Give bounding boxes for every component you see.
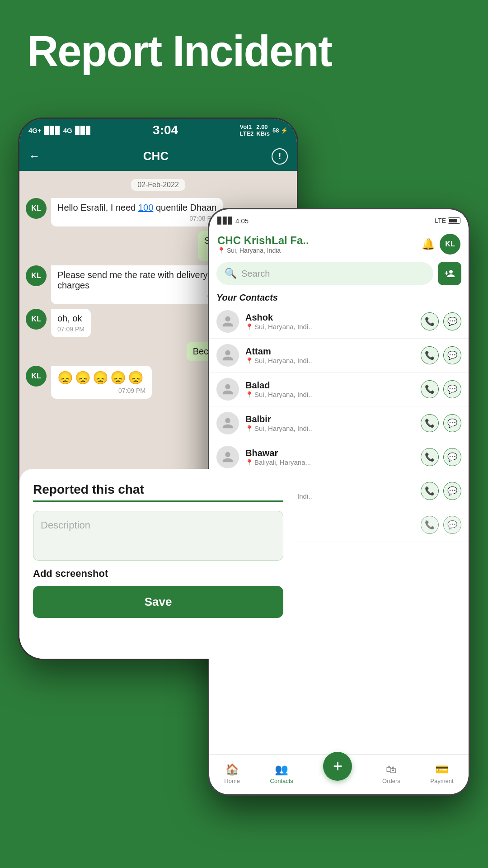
nav-payment[interactable]: 💳 Payment (430, 763, 453, 784)
location-text-attam: Sui, Haryana, Indi.. (254, 357, 312, 364)
pin-attam: 📍 (245, 357, 253, 364)
description-input[interactable]: Description (33, 511, 283, 561)
app-title: CHC KrishLal Fa.. (217, 234, 309, 247)
back-arrow-icon[interactable]: ← (28, 149, 40, 163)
msg-avatar-3: KL (26, 265, 47, 286)
page-header: Report Incident (0, 0, 488, 93)
status-time-back: 3:04 (153, 123, 178, 137)
speed-indicator: 2.00KB/s (256, 123, 270, 137)
pin-ashok: 📍 (245, 323, 253, 330)
message-button-attam[interactable]: 💬 (443, 346, 461, 364)
contact-actions-balbir: 📞 💬 (421, 414, 461, 432)
signal-4g: 4G (63, 127, 72, 134)
contacts-icon: 👥 (275, 763, 288, 776)
report-title: Reported this chat (33, 482, 283, 497)
location-pin-icon: 📍 (217, 247, 225, 254)
add-contact-button[interactable] (438, 262, 461, 285)
orders-icon: 🛍 (386, 763, 397, 776)
contact-location-bhawar: 📍 Baliyali, Haryana,.. (245, 458, 414, 466)
contact-actions-bijender2: 📞 💬 (421, 516, 461, 534)
search-bar[interactable]: 🔍 Search (216, 262, 433, 285)
contact-actions-balad: 📞 💬 (421, 380, 461, 398)
signal-bars1: ▊▊▊ (44, 126, 61, 135)
battery-front (448, 217, 460, 224)
contact-name-balbir: Balbir (245, 414, 414, 425)
message-button-bijender1[interactable]: 💬 (443, 482, 461, 500)
location-text-ashok: Sui, Haryana, Indi.. (254, 323, 312, 330)
status-right-back: Vol1LTE2 2.00KB/s 58 ⚡ (239, 123, 288, 137)
msg-emoji: 😞😞😞😞😞 (57, 371, 145, 385)
call-button-bijender1[interactable]: 📞 (421, 482, 439, 500)
message-button-bijender2[interactable]: 💬 (443, 516, 461, 534)
bell-icon[interactable]: 🔔 (422, 238, 435, 250)
description-placeholder: Description (41, 519, 90, 531)
pin-balad: 📍 (245, 391, 253, 398)
msg-time-4: 07:09 PM (57, 326, 84, 333)
date-divider: 02-Feb-2022 (131, 179, 185, 191)
nav-orders[interactable]: 🛍 Orders (382, 763, 400, 784)
home-label: Home (224, 778, 240, 784)
payment-label: Payment (430, 778, 453, 784)
call-button-balbir[interactable]: 📞 (421, 414, 439, 432)
signal-bars2: ▊▊▊ (75, 126, 91, 135)
contacts-label: Contacts (270, 778, 293, 784)
msg-text-4: oh, ok (57, 313, 82, 323)
contact-attam: Attam 📍 Sui, Haryana, Indi.. 📞 💬 (209, 339, 469, 373)
battery-fill (449, 219, 457, 222)
vol-indicator: Vol1LTE2 (239, 123, 253, 137)
report-dialog: Reported this chat Description Add scree… (19, 469, 297, 659)
chat-header: ← CHC ! (19, 142, 297, 171)
message-button-balbir[interactable]: 💬 (443, 414, 461, 432)
contact-name-attam: Attam (245, 346, 414, 357)
app-avatar[interactable]: KL (440, 234, 460, 255)
location-text-balbir: Sui, Haryana, Indi.. (254, 425, 312, 432)
nav-home[interactable]: 🏠 Home (224, 763, 240, 784)
app-title-block: CHC KrishLal Fa.. 📍 Sui, Haryana, India (217, 234, 309, 254)
contact-avatar-balbir (216, 412, 239, 434)
sb-left: ▊▊▊ 4:05 (217, 217, 249, 225)
status-bar-front: ▊▊▊ 4:05 LTE (209, 209, 469, 229)
contact-ashok: Ashok 📍 Sui, Haryana, Indi.. 📞 💬 (209, 305, 469, 339)
message-button-balad[interactable]: 💬 (443, 380, 461, 398)
save-button[interactable]: Save (33, 586, 283, 618)
msg-avatar-6: KL (26, 366, 47, 387)
report-underline (33, 500, 283, 502)
message-button-ashok[interactable]: 💬 (443, 312, 461, 330)
contact-location-ashok: 📍 Sui, Haryana, Indi.. (245, 323, 414, 330)
contact-balad: Balad 📍 Sui, Haryana, Indi.. 📞 💬 (209, 373, 469, 406)
contact-info-balbir: Balbir 📍 Sui, Haryana, Indi.. (245, 414, 414, 432)
nav-contacts[interactable]: 👥 Contacts (270, 763, 293, 784)
contact-actions-attam: 📞 💬 (421, 346, 461, 364)
call-button-bijender2[interactable]: 📞 (421, 516, 439, 534)
location-text-bhawar: Baliyali, Haryana,.. (254, 458, 311, 466)
contact-name-ashok: Ashok (245, 312, 414, 323)
call-button-bhawar[interactable]: 📞 (421, 448, 439, 466)
contact-actions-bijender1: 📞 💬 (421, 482, 461, 500)
contacts-heading: Your Contacts (216, 292, 461, 303)
msg-bubble-6: 😞😞😞😞😞 07:09 PM (51, 366, 152, 399)
contact-info-attam: Attam 📍 Sui, Haryana, Indi.. (245, 346, 414, 364)
call-button-ashok[interactable]: 📞 (421, 312, 439, 330)
message-button-bhawar[interactable]: 💬 (443, 448, 461, 466)
fab-add-button[interactable]: + (323, 752, 352, 781)
contact-location-attam: 📍 Sui, Haryana, Indi.. (245, 357, 414, 364)
msg-time-1: 07:08 PM (57, 215, 216, 222)
chat-title: CHC (47, 149, 265, 163)
sb-signal: ▊▊▊ (217, 217, 234, 225)
msg-text-suffix: quentile Dhaan (156, 203, 217, 212)
add-screenshot-label: Add screenshot (33, 568, 283, 580)
app-subtitle: 📍 Sui, Haryana, India (217, 247, 309, 254)
sb-time-front: 4:05 (235, 217, 249, 225)
call-button-balad[interactable]: 📞 (421, 380, 439, 398)
payment-icon: 💳 (435, 763, 449, 776)
info-icon[interactable]: ! (272, 148, 288, 165)
page-title: Report Incident (27, 27, 461, 75)
app-location: Sui, Haryana, India (227, 247, 281, 254)
contact-name-balad: Balad (245, 380, 414, 391)
contact-info-ashok: Ashok 📍 Sui, Haryana, Indi.. (245, 312, 414, 330)
signal-4g-plus: 4G+ (28, 127, 42, 134)
contact-location-balad: 📍 Sui, Haryana, Indi.. (245, 391, 414, 398)
sb-lte: LTE (435, 217, 446, 224)
call-button-attam[interactable]: 📞 (421, 346, 439, 364)
msg-bubble-1: Hello Esrafil, I need 100 quentile Dhaan… (51, 198, 223, 226)
